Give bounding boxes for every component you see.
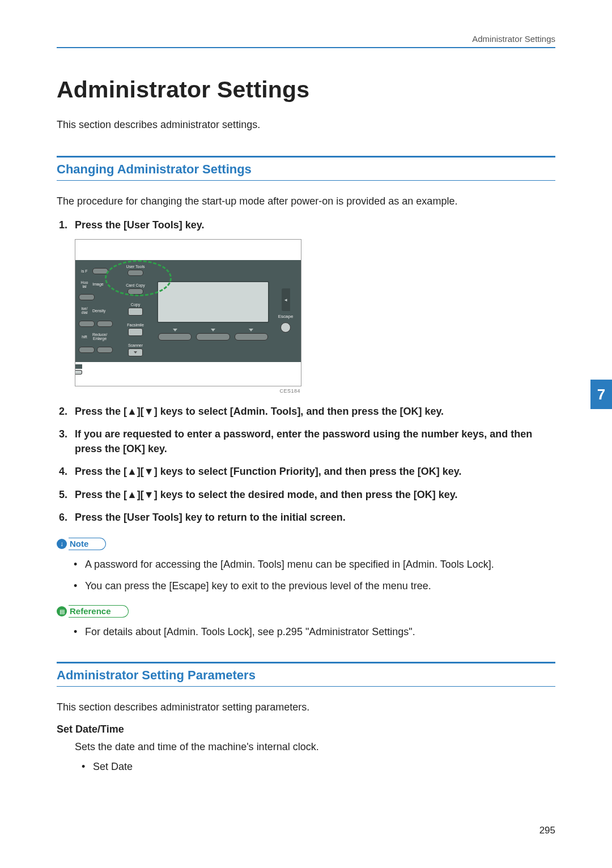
page-title: Administrator Settings: [57, 76, 555, 103]
panel-button: [79, 347, 95, 353]
panel-label: User Tools: [126, 265, 145, 269]
panel-label: Hooial: [79, 280, 90, 288]
escape-label: Escape: [278, 313, 294, 320]
section2-intro: This section describes administrator set…: [57, 701, 555, 713]
panel-label: is F: [79, 269, 90, 273]
section-rule: [57, 686, 555, 687]
note-label: Note: [69, 538, 106, 550]
panel-button: [128, 348, 143, 356]
panel-edge: [75, 364, 82, 369]
reference-list: For details about [Admin. Tools Lock], s…: [57, 624, 555, 639]
panel-button: [79, 294, 95, 300]
panel-label: Card Copy: [126, 283, 144, 287]
step-5: Press the [▲][▼] keys to select the desi…: [75, 487, 555, 502]
panel-lcd: [157, 281, 269, 323]
step-1: Press the [User Tools] key. is F HooialI…: [75, 218, 555, 395]
panel-label: ise/dial: [79, 307, 90, 314]
panel-label: Image: [92, 282, 104, 286]
panel-button: [128, 308, 143, 316]
panel-button: [128, 288, 143, 295]
note-callout: ↓ Note: [57, 537, 106, 551]
step-text: Press the [User Tools] key.: [75, 219, 204, 231]
param-name: Set Date/Time: [57, 724, 555, 735]
escape-key: [280, 322, 291, 333]
reference-icon: ▤: [57, 606, 67, 616]
reference-label: Reference: [69, 605, 129, 618]
running-head: Administrator Settings: [57, 34, 555, 47]
note-list: A password for accessing the [Admin. Too…: [57, 557, 555, 593]
step-6: Press the [User Tools] key to return to …: [75, 510, 555, 525]
note-icon: ↓: [57, 539, 67, 549]
page-number: 295: [539, 825, 555, 836]
panel-label: Scanner: [128, 343, 143, 347]
section-rule: [57, 180, 555, 181]
panel-label: Density: [92, 309, 105, 313]
section-title-parameters: Administrator Setting Parameters: [57, 663, 555, 686]
panel-edge: [75, 370, 82, 375]
figure-wrap: is F HooialImage ise/dialDensity hiftRed…: [75, 239, 555, 395]
step-2: Press the [▲][▼] keys to select [Admin. …: [75, 404, 555, 419]
reference-item: For details about [Admin. Tools Lock], s…: [85, 624, 555, 639]
page-intro: This section describes administrator set…: [57, 119, 555, 131]
section-title-changing: Changing Administrator Settings: [57, 158, 555, 180]
step-3: If you are requested to enter a password…: [75, 427, 555, 456]
step-4: Press the [▲][▼] keys to select [Functio…: [75, 464, 555, 479]
soft-key: [235, 333, 268, 341]
note-item: A password for accessing the [Admin. Too…: [85, 557, 555, 572]
user-tools-key: [128, 270, 143, 276]
soft-key: [158, 333, 192, 341]
panel-button: [97, 347, 113, 353]
page-content: Administrator Settings Administrator Set…: [57, 34, 555, 834]
param-desc: Sets the date and time of the machine's …: [57, 741, 555, 753]
panel-label: Copy: [130, 303, 141, 307]
panel-button: [128, 328, 143, 336]
reference-callout: ▤ Reference: [57, 605, 129, 619]
panel-label: Facsimile: [127, 323, 144, 327]
control-panel-figure: is F HooialImage ise/dialDensity hiftRed…: [75, 239, 301, 386]
chapter-tab: 7: [590, 380, 612, 409]
note-item: You can press the [Escape] key to exit t…: [85, 578, 555, 593]
panel-button: [97, 321, 113, 327]
param-items: Set Date: [57, 761, 555, 773]
header-rule: [57, 47, 555, 48]
soft-key: [196, 333, 230, 341]
panel-label: hift: [79, 335, 90, 339]
panel-button: [79, 321, 95, 327]
param-item: Set Date: [93, 761, 555, 773]
dpad-left-icon: ◂: [282, 288, 290, 311]
figure-id: CES184: [75, 386, 301, 395]
section1-intro: The procedure for changing the start-up …: [57, 195, 555, 207]
procedure-steps: Press the [User Tools] key. is F HooialI…: [57, 218, 555, 525]
panel-label: Reduce/ Enlarge: [92, 333, 107, 341]
panel-button: [92, 268, 108, 274]
